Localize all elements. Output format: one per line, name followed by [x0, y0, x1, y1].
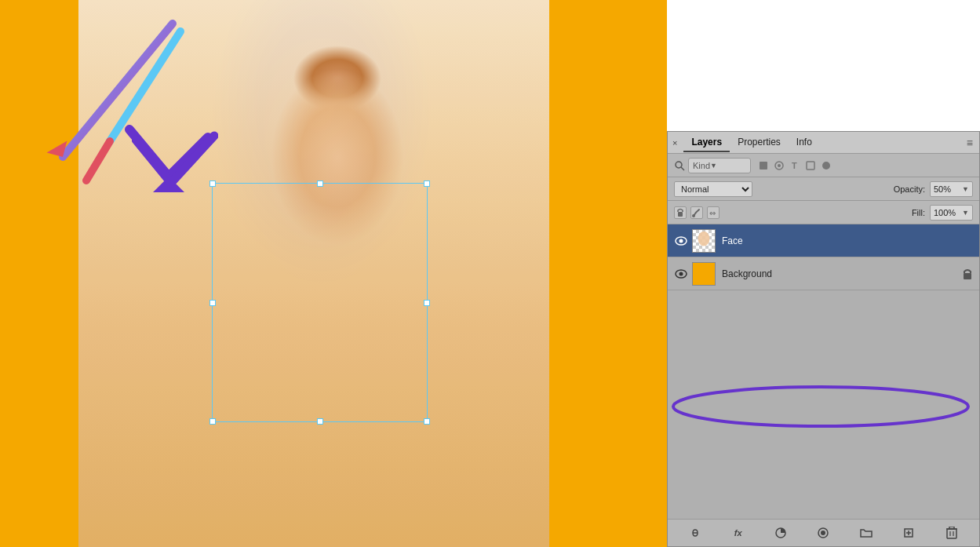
svg-point-23	[821, 531, 825, 535]
canvas-area	[0, 0, 667, 547]
layers-panel: × Layers Properties Info ≡ Kind ▼	[667, 131, 980, 547]
kind-filter-select[interactable]: Kind ▼	[688, 158, 751, 173]
fx-icon[interactable]: fx	[730, 525, 746, 541]
svg-rect-19	[964, 273, 971, 279]
new-layer-icon[interactable]	[901, 525, 916, 541]
new-group-icon[interactable]	[858, 525, 874, 541]
svg-point-16	[698, 231, 710, 246]
layer-item-face[interactable]: Face	[668, 224, 979, 257]
svg-point-12	[692, 214, 695, 217]
layer-visibility-face[interactable]	[674, 234, 688, 248]
svg-text:⇔: ⇔	[709, 209, 716, 217]
position-lock-icon[interactable]: ⇔	[707, 206, 720, 219]
layer-name-face: Face	[722, 235, 973, 246]
svg-point-7	[778, 164, 781, 167]
fill-icons: ⇔	[674, 206, 720, 219]
person-photo	[78, 0, 549, 547]
svg-line-4	[681, 167, 684, 170]
svg-text:T: T	[792, 161, 797, 170]
fill-label: Fill:	[912, 208, 925, 217]
layer-item-background[interactable]: Background	[668, 257, 979, 290]
layer-lock-icon	[962, 268, 973, 279]
svg-point-10	[822, 162, 830, 170]
smartobject-filter-icon[interactable]	[820, 159, 832, 172]
brush-lock-icon[interactable]	[690, 206, 703, 219]
svg-rect-27	[947, 529, 956, 538]
opacity-label: Opacity:	[894, 184, 925, 194]
svg-rect-5	[760, 162, 767, 170]
shape-filter-icon[interactable]	[804, 159, 817, 172]
filter-icons: T	[757, 159, 832, 172]
adjustment-filter-icon[interactable]	[773, 159, 785, 172]
layer-mask-icon[interactable]	[815, 525, 831, 541]
lock-transparency-icon[interactable]	[674, 206, 687, 219]
new-fill-adjustment-icon[interactable]	[773, 525, 789, 541]
opacity-input[interactable]: 50% ▼	[930, 181, 973, 197]
svg-point-15	[679, 239, 683, 243]
panel-menu-icon[interactable]: ≡	[967, 137, 973, 149]
svg-point-3	[676, 162, 682, 168]
layer-visibility-background[interactable]	[674, 267, 688, 281]
svg-point-18	[679, 272, 683, 275]
tab-info[interactable]: Info	[789, 133, 820, 152]
link-layers-icon[interactable]	[687, 525, 703, 541]
blend-mode-select[interactable]: Normal Dissolve Multiply Screen Overlay	[674, 181, 752, 197]
layer-thumb-face	[692, 229, 716, 253]
fill-row: ⇔ Fill: 100% ▼	[668, 201, 979, 224]
filter-row: Kind ▼ T	[668, 154, 979, 177]
panel-header: × Layers Properties Info ≡	[668, 132, 979, 154]
svg-rect-9	[807, 162, 814, 170]
panel-footer: fx	[668, 519, 979, 546]
tab-properties[interactable]: Properties	[730, 133, 789, 152]
type-filter-icon[interactable]: T	[789, 159, 801, 172]
white-area	[667, 0, 980, 131]
delete-layer-icon[interactable]	[944, 525, 960, 541]
layer-thumb-background	[692, 262, 716, 286]
layers-list: Face Background	[668, 224, 979, 519]
close-button[interactable]: ×	[672, 138, 677, 148]
tab-layers[interactable]: Layers	[683, 133, 730, 152]
layer-name-background: Background	[722, 268, 962, 279]
svg-rect-11	[678, 212, 683, 217]
panel-tabs: Layers Properties Info	[683, 133, 975, 152]
fill-input[interactable]: 100% ▼	[930, 205, 973, 221]
svg-rect-29	[949, 527, 954, 529]
pixel-filter-icon[interactable]	[757, 159, 770, 172]
blend-mode-row: Normal Dissolve Multiply Screen Overlay …	[668, 177, 979, 201]
search-icon	[674, 160, 685, 171]
